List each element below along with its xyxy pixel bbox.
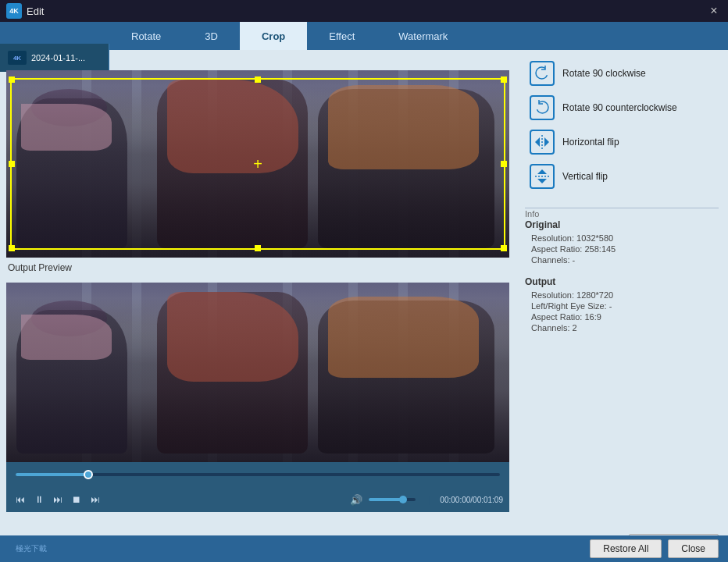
output-lr-eye-size: Left/Right Eye Size: - xyxy=(525,301,719,311)
rotate-ccw-icon xyxy=(530,95,555,120)
tab-crop[interactable]: Crop xyxy=(240,22,307,50)
hflip-label: Horizontal flip xyxy=(562,137,619,148)
vflip-icon xyxy=(530,164,555,189)
rotate-ccw-label: Rotate 90 counterclockwise xyxy=(562,102,677,113)
file-tab[interactable]: 4K 2024-01-11-... xyxy=(0,44,109,72)
original-video-frame: + xyxy=(6,70,509,258)
right-panel: Rotate 90 clockwise Rotate 90 counterclo… xyxy=(516,50,728,562)
tab-3d[interactable]: 3D xyxy=(183,22,240,50)
skip-forward-button[interactable]: ⏭ xyxy=(50,493,66,507)
rotate-cw-icon xyxy=(530,61,555,86)
watermark-logo: 極光下載 xyxy=(16,543,47,554)
output-aspect-ratio: Aspect Ratio: 16:9 xyxy=(525,311,719,322)
output-resolution: Resolution: 1280*720 xyxy=(525,290,719,301)
info-section: Info Original Resolution: 1032*580 Aspec… xyxy=(525,208,719,344)
original-aspect-ratio: Aspect Ratio: 258:145 xyxy=(525,244,719,254)
progress-thumb[interactable] xyxy=(84,470,93,479)
video-frame-bg xyxy=(6,70,509,258)
svg-marker-1 xyxy=(535,137,540,147)
app-icon: 4K xyxy=(6,3,22,19)
skip-back-button[interactable]: ⏮ xyxy=(12,493,28,507)
rotate-cw-button[interactable]: Rotate 90 clockwise xyxy=(525,58,719,89)
volume-thumb[interactable] xyxy=(399,496,407,503)
hflip-icon xyxy=(530,130,555,155)
output-video-frame-bg xyxy=(6,283,509,462)
bottom-bar: 極光下載 Restore All Close xyxy=(0,535,728,562)
output-info-title: Output xyxy=(525,276,719,287)
original-info-title: Original xyxy=(525,219,719,230)
output-channels: Channels: 2 xyxy=(525,322,719,333)
hflip-button[interactable]: Horizontal flip xyxy=(525,126,719,158)
close-button[interactable]: Close xyxy=(668,539,719,558)
next-frame-button[interactable]: ⏭ xyxy=(87,493,103,507)
vflip-label: Vertical flip xyxy=(562,171,608,182)
output-info-group: Output Resolution: 1280*720 Left/Right E… xyxy=(525,276,719,333)
svg-marker-4 xyxy=(537,169,547,174)
volume-fill xyxy=(369,498,401,501)
file-tab-label: 2024-01-11-... xyxy=(31,53,85,62)
tab-effect[interactable]: Effect xyxy=(307,22,376,50)
original-info-group: Original Resolution: 1032*580 Aspect Rat… xyxy=(525,219,719,265)
output-preview xyxy=(6,283,509,462)
volume-icon: 🔊 xyxy=(350,494,362,506)
restore-all-button[interactable]: Restore All xyxy=(590,539,662,558)
svg-marker-2 xyxy=(544,137,549,147)
output-preview-label: Output Preview xyxy=(8,262,509,273)
left-panel: Original Preview xyxy=(0,50,516,562)
time-display: 00:00:00/00:01:09 xyxy=(440,496,503,504)
original-channels: Channels: - xyxy=(525,254,719,265)
output-video-frame xyxy=(6,283,509,462)
main-content: Original Preview xyxy=(0,50,728,562)
tab-rotate[interactable]: Rotate xyxy=(109,22,183,50)
controls-bar xyxy=(6,462,509,487)
progress-fill xyxy=(16,473,88,476)
svg-marker-5 xyxy=(537,179,547,183)
original-resolution: Resolution: 1032*580 xyxy=(525,233,719,244)
stop-button[interactable]: ⏹ xyxy=(69,493,84,507)
titlebar: 4K Edit × xyxy=(0,0,728,22)
tab-watermark[interactable]: Watermark xyxy=(376,22,469,50)
close-window-button[interactable]: × xyxy=(706,3,722,19)
play-pause-button[interactable]: ⏸ xyxy=(31,493,47,507)
rotate-cw-label: Rotate 90 clockwise xyxy=(562,68,646,79)
tabbar: 4K 2024-01-11-... Rotate 3D Crop Effect … xyxy=(0,22,728,50)
file-icon: 4K xyxy=(8,51,27,65)
original-preview: + xyxy=(6,70,509,258)
progress-bar[interactable] xyxy=(16,473,500,476)
volume-bar[interactable] xyxy=(369,498,416,501)
titlebar-title: Edit xyxy=(27,5,44,17)
rotate-ccw-button[interactable]: Rotate 90 counterclockwise xyxy=(525,92,719,123)
vflip-button[interactable]: Vertical flip xyxy=(525,161,719,192)
info-title: Info xyxy=(525,209,539,219)
